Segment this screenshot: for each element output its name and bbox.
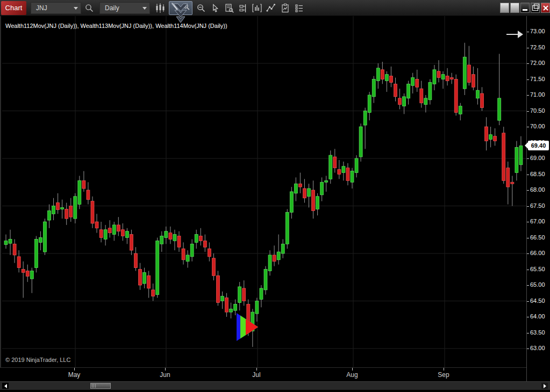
month-tick bbox=[352, 368, 353, 371]
price-axis-label: 70.50 bbox=[530, 107, 545, 114]
price-tick bbox=[527, 95, 529, 96]
window-button-blank-2[interactable] bbox=[510, 3, 519, 13]
region-bars-button[interactable] bbox=[251, 1, 263, 15]
tab-chart[interactable]: Chart bbox=[1, 1, 26, 15]
restore-icon bbox=[532, 5, 538, 11]
close-button[interactable] bbox=[541, 3, 550, 13]
month-tick bbox=[256, 368, 257, 371]
window-button-blank-1[interactable] bbox=[500, 3, 509, 13]
price-tick bbox=[527, 206, 529, 207]
price-tick bbox=[527, 79, 529, 80]
price-axis-label: 64.00 bbox=[530, 313, 545, 320]
price-axis-label: 73.00 bbox=[530, 28, 545, 34]
chart-region: Wealth112Mov(JNJ (Daily)), Wealth113Mov(… bbox=[0, 16, 526, 367]
scrollbar-thumb[interactable] bbox=[90, 383, 111, 389]
indicator-label: Wealth112Mov(JNJ (Daily)), Wealth113Mov(… bbox=[5, 23, 227, 29]
time-axis[interactable]: MayJunJulAugSep bbox=[0, 367, 526, 381]
chart-style-button[interactable] bbox=[154, 1, 167, 15]
price-axis-label: 72.00 bbox=[530, 60, 545, 66]
chevron-down-icon bbox=[142, 7, 147, 10]
interval-value: Daily bbox=[105, 4, 119, 12]
scroll-right-arrow-icon bbox=[544, 384, 546, 388]
chart-trader-button[interactable] bbox=[237, 1, 249, 15]
month-tick bbox=[165, 368, 166, 371]
chart-trader-icon bbox=[238, 3, 248, 13]
price-tick bbox=[527, 285, 529, 286]
price-tick bbox=[527, 253, 529, 254]
price-axis-label: 63.50 bbox=[530, 329, 545, 336]
candlestick-style-icon bbox=[155, 3, 166, 13]
price-axis-label: 71.50 bbox=[530, 76, 545, 82]
strategy-clipboard-button[interactable] bbox=[278, 1, 291, 15]
interval-dropdown[interactable]: Daily bbox=[99, 2, 150, 14]
zoom-out-icon bbox=[196, 3, 206, 13]
price-tick bbox=[527, 238, 529, 238]
price-axis-label: 66.00 bbox=[530, 250, 545, 256]
cursor-pointer-icon bbox=[211, 4, 220, 13]
price-axis-label: 71.00 bbox=[530, 91, 545, 98]
price-tick bbox=[527, 32, 529, 32]
chevron-down-icon bbox=[74, 7, 78, 10]
price-tick bbox=[527, 158, 529, 159]
drawing-tools-button[interactable] bbox=[265, 1, 277, 15]
price-tick bbox=[527, 270, 529, 270]
price-tick bbox=[527, 333, 529, 333]
price-axis-label: 70.00 bbox=[530, 123, 545, 129]
strategy-clipboard-icon bbox=[280, 3, 290, 13]
price-axis-label: 68.50 bbox=[530, 171, 545, 177]
price-axis[interactable]: 73.0072.5072.0071.5071.0070.5070.0069.50… bbox=[526, 16, 550, 381]
zoom-out-button[interactable] bbox=[195, 1, 208, 15]
pointer-button[interactable] bbox=[209, 1, 222, 15]
data-box-button[interactable] bbox=[223, 1, 235, 15]
price-axis-label: 63.00 bbox=[530, 345, 545, 351]
chart-canvas[interactable] bbox=[1, 16, 527, 367]
copyright-label: © 2019 NinjaTrader, LLC bbox=[5, 357, 70, 363]
price-axis-label: 66.50 bbox=[530, 234, 545, 241]
scroll-right-button[interactable] bbox=[541, 383, 548, 389]
price-axis-label: 68.00 bbox=[530, 186, 545, 193]
price-axis-label: 67.00 bbox=[530, 218, 545, 224]
zoom-in-button[interactable] bbox=[169, 1, 192, 15]
data-box-icon bbox=[224, 3, 234, 13]
price-axis-label: 72.50 bbox=[530, 44, 545, 50]
go-to-latest-arrow-icon[interactable] bbox=[504, 27, 525, 42]
month-label: May bbox=[63, 371, 85, 379]
month-label: Jun bbox=[154, 371, 176, 379]
drawing-tools-icon bbox=[266, 3, 276, 13]
instrument-dropdown[interactable]: JNJ bbox=[31, 2, 81, 14]
price-tick bbox=[527, 63, 529, 64]
properties-button[interactable] bbox=[292, 1, 305, 15]
horizontal-scrollbar[interactable] bbox=[0, 381, 550, 390]
zoom-in-icon bbox=[182, 3, 190, 11]
price-tick bbox=[527, 301, 529, 302]
price-tick bbox=[527, 48, 529, 48]
close-icon bbox=[543, 5, 548, 11]
price-axis-label: 65.00 bbox=[530, 281, 545, 288]
month-label: Sep bbox=[433, 371, 454, 379]
price-axis-label: 69.00 bbox=[530, 155, 545, 161]
price-tick bbox=[527, 222, 529, 222]
minimize-icon bbox=[523, 9, 527, 11]
search-icon bbox=[84, 3, 94, 13]
minimize-button[interactable] bbox=[520, 3, 530, 13]
price-tick bbox=[527, 175, 529, 175]
price-tick bbox=[527, 317, 529, 317]
month-tick bbox=[74, 368, 75, 371]
price-axis-label: 65.50 bbox=[530, 266, 545, 272]
price-tick bbox=[527, 111, 529, 112]
month-tick bbox=[444, 368, 444, 371]
toolbar: Chart JNJ Daily bbox=[0, 0, 550, 16]
instrument-search-button[interactable] bbox=[83, 1, 96, 15]
month-label: Aug bbox=[341, 371, 363, 379]
last-price-tag: 69.40 bbox=[528, 141, 549, 150]
properties-list-icon bbox=[294, 3, 304, 13]
restore-button[interactable] bbox=[531, 3, 540, 13]
scroll-left-button[interactable] bbox=[2, 383, 9, 389]
region-bars-icon bbox=[252, 3, 262, 13]
scroll-left-arrow-icon bbox=[4, 384, 7, 388]
price-axis-label: 67.50 bbox=[530, 202, 545, 209]
month-label: Jul bbox=[246, 371, 267, 379]
price-tick bbox=[527, 349, 529, 349]
price-tick bbox=[527, 190, 529, 191]
instrument-value: JNJ bbox=[36, 4, 47, 12]
